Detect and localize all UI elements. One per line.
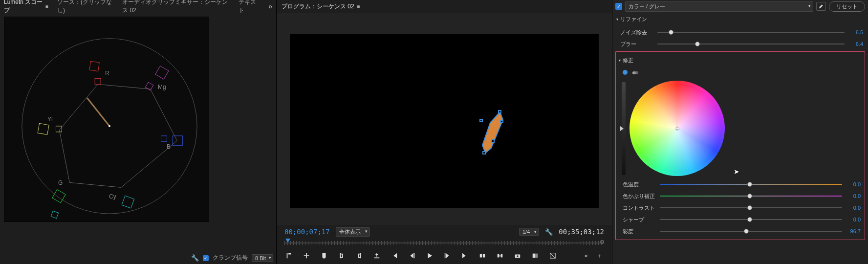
svg-rect-8	[122, 196, 134, 208]
scope-label-b: B	[167, 143, 171, 150]
scope-footer: 🔧 ✓ クランプ信号 8 Bit	[191, 254, 273, 262]
section-refine[interactable]: ▾リファイン	[615, 13, 865, 26]
compare-icon[interactable]	[531, 251, 540, 260]
reset-button[interactable]: リセット	[829, 1, 865, 12]
color-gray-select[interactable]: カラー / グレー	[625, 1, 813, 12]
in-point-icon[interactable]	[337, 251, 346, 260]
export-frame-icon[interactable]	[372, 251, 381, 260]
tint-value[interactable]: 0.0	[846, 193, 861, 199]
extract-icon[interactable]	[496, 251, 504, 260]
tint-label: 色かぶり補正	[623, 193, 656, 200]
svg-rect-21	[499, 255, 500, 257]
scope-label-mg: Mg	[158, 84, 166, 90]
tab-source[interactable]: ソース：(クリップなし)	[57, 0, 113, 15]
more-icon[interactable]: »	[582, 251, 590, 260]
selection-handle[interactable]	[500, 120, 503, 123]
frame-back-icon[interactable]	[408, 251, 416, 260]
blur-label: ブラー	[620, 41, 653, 48]
sharpen-slider[interactable]	[660, 219, 842, 220]
saturation-value[interactable]: 96.7	[846, 228, 861, 234]
current-timecode[interactable]: 00;00;07;17	[284, 228, 330, 236]
scope-label-g: G	[58, 179, 63, 186]
add-button-icon[interactable]: ＋	[595, 251, 604, 260]
svg-rect-19	[498, 254, 499, 258]
marker-icon[interactable]	[320, 251, 328, 260]
saturation-label: 彩度	[623, 228, 656, 235]
temperature-slider[interactable]	[660, 184, 842, 185]
contrast-value[interactable]: 0.0	[846, 205, 861, 211]
mark-in-icon[interactable]	[284, 251, 293, 260]
mode-wheel-icon[interactable]	[623, 70, 628, 75]
vectorscope: R Mg B Cy G Yl	[4, 17, 209, 222]
step-back-icon[interactable]	[390, 251, 399, 260]
blur-slider[interactable]	[657, 44, 845, 44]
selection-handle[interactable]	[479, 119, 483, 122]
wheel-center-icon: +	[675, 125, 679, 132]
clamp-label: クランプ信号	[213, 254, 248, 262]
tabs-overflow-icon[interactable]: »	[268, 2, 272, 10]
tab-menu-icon[interactable]: ≡	[357, 4, 360, 9]
bit-depth-select[interactable]: 8 Bit	[252, 254, 273, 262]
settings-icon[interactable]: 🔧	[191, 254, 199, 262]
scrub-bar[interactable]	[284, 239, 604, 247]
frame-fwd-icon[interactable]	[443, 251, 452, 260]
safe-margin-icon[interactable]	[548, 251, 557, 260]
camera-icon[interactable]	[513, 251, 522, 260]
svg-rect-3	[95, 78, 101, 84]
saturation-slider[interactable]	[660, 231, 842, 232]
tab-lumetri-scopes[interactable]: Lumetri スコープ ≡	[4, 0, 48, 15]
tab-text[interactable]: テキスト	[239, 0, 260, 15]
svg-marker-16	[482, 112, 503, 153]
tab-audio-mixer[interactable]: オーディオクリップミキサー：シーケンス 02	[122, 0, 230, 15]
section-correction[interactable]: ▾修正	[618, 54, 863, 67]
tab-label: オーディオクリップミキサー：シーケンス 02	[122, 0, 230, 15]
end-marker	[600, 240, 604, 244]
selection-handle[interactable]	[498, 110, 501, 113]
out-point-icon[interactable]	[355, 251, 364, 260]
luma-slider[interactable]	[622, 82, 626, 175]
svg-rect-4	[155, 66, 169, 79]
resolution-select[interactable]: 1/4	[519, 228, 539, 236]
tab-label: Lumetri スコープ	[4, 0, 43, 15]
marker-add-icon[interactable]	[302, 251, 311, 260]
svg-rect-2	[89, 61, 99, 71]
noise-slider[interactable]	[657, 32, 845, 33]
svg-rect-6	[173, 136, 182, 146]
lift-icon[interactable]	[478, 251, 487, 260]
selection-handle[interactable]	[482, 151, 486, 154]
selection-handle[interactable]	[491, 139, 495, 143]
noise-label: ノイズ除去	[620, 29, 653, 36]
contrast-slider[interactable]	[660, 207, 842, 208]
svg-rect-13	[56, 126, 62, 132]
svg-point-23	[517, 255, 519, 257]
svg-line-14	[87, 98, 109, 126]
tab-program[interactable]: プログラム：シーケンス 02 ≡	[282, 2, 360, 11]
enable-checkbox[interactable]: ✓	[615, 3, 622, 10]
program-panel: プログラム：シーケンス 02 ≡ 00;00;07;17 全体表示 1/4	[276, 0, 612, 264]
cursor-icon: ➤	[734, 168, 739, 176]
program-viewer[interactable]	[290, 34, 599, 208]
sharpen-value[interactable]: 0.0	[846, 217, 861, 222]
clamp-checkbox[interactable]: ✓	[203, 255, 209, 261]
luma-thumb[interactable]	[620, 126, 624, 131]
tab-label: テキスト	[239, 0, 260, 15]
settings-icon[interactable]: 🔧	[545, 228, 553, 236]
temperature-value[interactable]: 0.0	[846, 181, 861, 187]
tab-label: ソース：(クリップなし)	[57, 0, 113, 15]
step-fwd-icon[interactable]	[460, 251, 469, 260]
tab-menu-icon[interactable]: ≡	[45, 4, 48, 9]
tint-slider[interactable]	[660, 196, 842, 197]
blur-value[interactable]: 6.4	[848, 41, 863, 47]
scope-label-r: R	[105, 70, 109, 77]
svg-rect-12	[38, 123, 49, 134]
mode-curves-icon[interactable]	[632, 70, 638, 76]
playhead[interactable]	[285, 239, 290, 244]
fit-select[interactable]: 全体表示	[336, 227, 370, 237]
svg-rect-9	[51, 211, 58, 218]
section-correction-box: ▾修正 + ➤ 色温度 0.0 色かぶり補正 0.0	[615, 51, 865, 240]
noise-value[interactable]: 6.5	[848, 29, 863, 35]
color-wheel[interactable]: + ➤	[629, 81, 725, 176]
play-icon[interactable]	[425, 251, 434, 260]
lumetri-color-panel: ✓ カラー / グレー リセット ▾リファイン ノイズ除去 6.5 ブラー 6.…	[612, 0, 868, 264]
eyedropper-icon[interactable]	[816, 2, 826, 11]
